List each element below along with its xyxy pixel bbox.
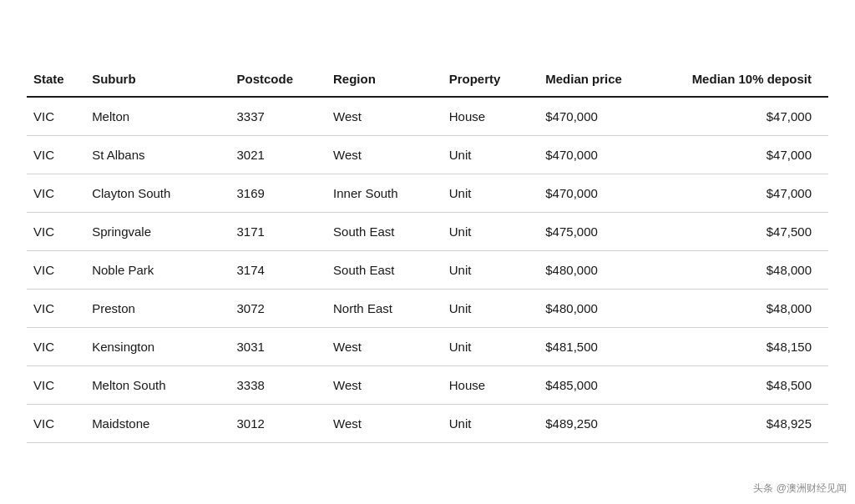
cell-suburb: Springvale: [85, 212, 230, 250]
cell-property: Unit: [443, 250, 539, 289]
table-row: VICMaidstone3012WestUnit$489,250$48,925: [27, 404, 828, 442]
cell-postcode: 3171: [230, 212, 326, 250]
cell-median: $470,000: [539, 97, 674, 136]
cell-state: VIC: [27, 404, 85, 442]
cell-median: $485,000: [539, 365, 674, 404]
cell-deposit: $47,000: [674, 97, 828, 136]
cell-median: $481,500: [539, 327, 674, 365]
cell-state: VIC: [27, 174, 85, 212]
cell-postcode: 3338: [230, 365, 326, 404]
cell-region: West: [326, 365, 443, 404]
header-median-price: Median price: [539, 62, 674, 97]
cell-median: $480,000: [539, 250, 674, 289]
cell-suburb: Melton: [85, 97, 230, 136]
cell-region: West: [326, 327, 443, 365]
cell-region: Inner South: [326, 174, 443, 212]
cell-property: Unit: [443, 135, 539, 174]
cell-deposit: $48,925: [674, 404, 828, 442]
cell-property: Unit: [443, 327, 539, 365]
cell-median: $489,250: [539, 404, 674, 442]
cell-median: $470,000: [539, 135, 674, 174]
table-row: VICSt Albans3021WestUnit$470,000$47,000: [27, 135, 828, 174]
table-header-row: State Suburb Postcode Region Property Me…: [27, 62, 828, 97]
header-state: State: [27, 62, 85, 97]
header-postcode: Postcode: [230, 62, 326, 97]
header-region: Region: [326, 62, 443, 97]
header-property: Property: [443, 62, 539, 97]
cell-median: $475,000: [539, 212, 674, 250]
cell-property: Unit: [443, 212, 539, 250]
table-row: VICKensington3031WestUnit$481,500$48,150: [27, 327, 828, 365]
header-suburb: Suburb: [85, 62, 230, 97]
cell-state: VIC: [27, 365, 85, 404]
cell-deposit: $48,150: [674, 327, 828, 365]
cell-deposit: $48,000: [674, 250, 828, 289]
cell-deposit: $48,500: [674, 365, 828, 404]
property-table: State Suburb Postcode Region Property Me…: [27, 62, 828, 443]
cell-state: VIC: [27, 97, 85, 136]
cell-suburb: Clayton South: [85, 174, 230, 212]
cell-postcode: 3174: [230, 250, 326, 289]
cell-postcode: 3169: [230, 174, 326, 212]
cell-postcode: 3031: [230, 327, 326, 365]
cell-state: VIC: [27, 135, 85, 174]
cell-region: South East: [326, 212, 443, 250]
cell-region: West: [326, 404, 443, 442]
cell-state: VIC: [27, 250, 85, 289]
cell-region: West: [326, 135, 443, 174]
cell-property: House: [443, 365, 539, 404]
table-row: VICNoble Park3174South EastUnit$480,000$…: [27, 250, 828, 289]
table-row: VICClayton South3169Inner SouthUnit$470,…: [27, 174, 828, 212]
cell-property: House: [443, 97, 539, 136]
cell-postcode: 3012: [230, 404, 326, 442]
cell-state: VIC: [27, 212, 85, 250]
cell-property: Unit: [443, 174, 539, 212]
table-row: VICSpringvale3171South EastUnit$475,000$…: [27, 212, 828, 250]
cell-suburb: Preston: [85, 289, 230, 327]
header-median-deposit: Median 10% deposit: [674, 62, 828, 97]
cell-suburb: Kensington: [85, 327, 230, 365]
cell-deposit: $47,000: [674, 174, 828, 212]
cell-postcode: 3072: [230, 289, 326, 327]
cell-median: $480,000: [539, 289, 674, 327]
watermark: 头条 @澳洲财经见闻: [753, 481, 847, 496]
cell-state: VIC: [27, 289, 85, 327]
cell-state: VIC: [27, 327, 85, 365]
table-row: VICPreston3072North EastUnit$480,000$48,…: [27, 289, 828, 327]
cell-region: West: [326, 97, 443, 136]
cell-region: South East: [326, 250, 443, 289]
cell-suburb: Melton South: [85, 365, 230, 404]
cell-deposit: $47,500: [674, 212, 828, 250]
table-row: VICMelton South3338WestHouse$485,000$48,…: [27, 365, 828, 404]
cell-postcode: 3021: [230, 135, 326, 174]
cell-median: $470,000: [539, 174, 674, 212]
cell-suburb: St Albans: [85, 135, 230, 174]
cell-suburb: Noble Park: [85, 250, 230, 289]
cell-suburb: Maidstone: [85, 404, 230, 442]
cell-property: Unit: [443, 289, 539, 327]
cell-deposit: $48,000: [674, 289, 828, 327]
cell-region: North East: [326, 289, 443, 327]
table-row: VICMelton3337WestHouse$470,000$47,000: [27, 97, 828, 136]
cell-deposit: $47,000: [674, 135, 828, 174]
cell-postcode: 3337: [230, 97, 326, 136]
main-table-container: State Suburb Postcode Region Property Me…: [27, 62, 828, 443]
cell-property: Unit: [443, 404, 539, 442]
